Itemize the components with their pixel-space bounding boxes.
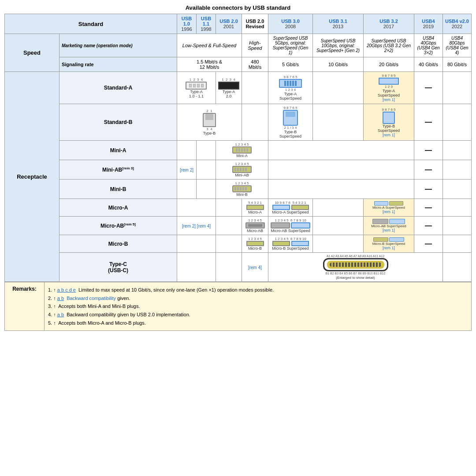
mini-b-31-dash: — — [414, 180, 443, 199]
mini-a-11 — [196, 141, 216, 160]
mini-a-usb4-empty — [443, 141, 472, 160]
std-a-20r — [242, 72, 268, 104]
col-usb32: USB 3.22017 — [364, 14, 414, 34]
std-b-usb4v2 — [443, 104, 472, 141]
col-usb10: USB 1.01996 — [177, 14, 196, 34]
std-b-32: 9 8 7 6 5 Type-BSuperSpeed [rem 1] — [364, 104, 414, 141]
row-standard-a-label: Standard-A — [59, 72, 177, 104]
col-usb4: USB42019 — [414, 14, 443, 34]
typec-usb4v2 — [443, 253, 472, 282]
mini-b-usb4-empty — [443, 180, 472, 199]
micro-a-usb4v2 — [443, 199, 472, 217]
usb31-marketing: SuperSpeed USB 10Gbps, original: SuperSp… — [313, 34, 364, 57]
usb4v2-marketing: USB4 80Gbps (USB4 Gen 4) — [443, 34, 472, 57]
std-b-20r — [242, 104, 268, 141]
mini-ab-30-empty — [268, 160, 414, 180]
std-a-30: 9 8 7 6 5 1 2 3 4 Type-ASuperSpeed — [268, 72, 313, 104]
row-micro-ab-label: Micro-AB[rem 5] — [59, 217, 177, 235]
micro-b-30: 1 2 3 4 5 6 7 8 9 10 Micro-B SuperSpeed — [268, 235, 313, 253]
typec-20r: [rem 4] — [242, 253, 268, 282]
micro-b-32: Micro-B SuperSpeed [rem 1] — [364, 235, 414, 253]
std-b-1020: 2 1 3 4 Type-B — [177, 104, 242, 141]
main-title: Available connectors by USB standard — [4, 4, 472, 11]
micro-b-usb4v2 — [443, 235, 472, 253]
row-micro-a-label: Micro-A — [59, 199, 177, 217]
col-usb30: USB 3.02008 — [268, 14, 313, 34]
usb20r-marketing: High-Speed — [242, 34, 268, 57]
mini-ab-20: 1 2 3 4 5 Mini-AB — [216, 160, 268, 180]
usb30-marketing: SuperSpeed USB 5Gbps, original: SuperSpe… — [268, 34, 313, 57]
mini-a-20: 1 2 3 4 5 Mini-A — [216, 141, 268, 160]
micro-a-31 — [313, 199, 364, 217]
remarks-content: 1. ↑ a b c d e Limited to max speed at 1… — [45, 282, 472, 331]
usb4v2-signal: 80 Gbit/s — [443, 57, 472, 72]
mini-ab-usb4-empty — [443, 160, 472, 180]
mini-a-31-dash: — — [414, 141, 443, 160]
col-usb20r: USB 2.0 Revised — [242, 14, 268, 34]
micro-a-30: 10 9 8 7 6 5 4 3 2 1 Micro-A SuperSpeed — [268, 199, 313, 217]
mini-b-20: 1 2 3 4 5 Mini-B — [216, 180, 268, 199]
usb4-marketing: USB4 40Gbps (USB4 Gen 3×2) — [414, 34, 443, 57]
micro-ab-usb4v2 — [443, 217, 472, 235]
std-a-usb4: — — [414, 72, 443, 104]
usb31-signal: 10 Gbit/s — [313, 57, 364, 72]
row-mini-a-label: Mini-A — [59, 141, 177, 160]
row-typec-label: Type-C(USB-C) — [59, 253, 177, 282]
micro-ab-20r: 1 2 3 4 5 Micro-AB — [242, 217, 268, 235]
micro-a-20r: 5 4 3 2 1 Micro-A — [242, 199, 268, 217]
receptacle-side-header: Receptacle — [5, 72, 60, 282]
remarks-table: Remarks: 1. ↑ a b c d e Limited to max s… — [4, 282, 472, 331]
std-a-31 — [313, 72, 364, 104]
usb4-signal: 40 Gbit/s — [414, 57, 443, 72]
micro-b-20r: 1 2 3 4 5 Micro-B — [242, 235, 268, 253]
row-standard-b-label: Standard-B — [59, 104, 177, 141]
micro-ab-30: 1 2 3 4 5 6 7 8 9 10 Micro-AB SuperSpeed — [268, 217, 313, 235]
usb20r-signal: 480 Mbit/s — [242, 57, 268, 72]
col-usb31: USB 3.12013 — [313, 14, 364, 34]
mini-ab-sup: [rem 3] — [122, 166, 134, 170]
marketing-label: Marketing name (operation mode) — [59, 34, 177, 57]
col-usb20: USB 2.02001 — [216, 14, 242, 34]
std-a-usb4v2 — [443, 72, 472, 104]
mini-a-10 — [177, 141, 196, 160]
speed-side-header: Speed — [5, 34, 60, 72]
mini-a-30-empty — [268, 141, 414, 160]
mini-b-30-empty — [268, 180, 414, 199]
std-b-usb4: — — [414, 104, 443, 141]
row-micro-b-label: Micro-B — [59, 235, 177, 253]
micro-ab-31 — [313, 217, 364, 235]
micro-b-usb4: — — [414, 235, 443, 253]
micro-b-20 — [216, 235, 242, 253]
row-mini-b-label: Mini-B — [59, 180, 177, 199]
micro-a-usb4: — — [414, 199, 443, 217]
micro-ab-1011: [rem 2] [rem 4] — [177, 217, 216, 235]
micro-b-1011 — [177, 235, 216, 253]
mini-b-10 — [177, 180, 196, 199]
micro-ab-20 — [216, 217, 242, 235]
col-usb4v2: USB4 v2.02022 — [443, 14, 472, 34]
usb32-marketing: SuperSpeed USB 20Gbps (USB 3.2 Gen 2×2) — [364, 34, 414, 57]
usb30-signal: 5 Gbit/s — [268, 57, 313, 72]
std-b-30: 9 8 7 6 5 2 1 / 3 4 Type-BSuperSpeed — [268, 104, 313, 141]
mini-ab-11 — [196, 160, 216, 180]
mini-ab-31-dash: — — [414, 160, 443, 180]
micro-a-32: Micro-A SuperSpeed [rem 1] — [364, 199, 414, 217]
std-a-1011: 1 2 3 4 Type-A1.0 - 1.1 — [177, 72, 216, 104]
std-b-31 — [313, 104, 364, 141]
usb10-signal: 1.5 Mbit/s &12 Mbit/s — [177, 57, 242, 72]
micro-a-1011 — [177, 199, 216, 217]
usb32-signal: 20 Gbit/s — [364, 57, 414, 72]
micro-a-20 — [216, 199, 242, 217]
micro-ab-usb4: — — [414, 217, 443, 235]
mini-ab-10: [rem 2] — [177, 160, 196, 180]
usb-table: Standard USB 1.01996 USB 1.11998 USB 2.0… — [4, 14, 472, 282]
micro-ab-32: Micro-AB SuperSpeed [rem 1] — [364, 217, 414, 235]
col-usb11: USB 1.11998 — [196, 14, 216, 34]
micro-b-31 — [313, 235, 364, 253]
row-mini-ab-label: Mini-AB[rem 3] — [59, 160, 177, 180]
signaling-label: Signaling rate — [59, 57, 177, 72]
usb10-marketing: Low-Speed & Full-Speed — [177, 34, 242, 57]
typec-30: A1 A2 A3 A4 A5 A6 A7 A8 A9 A10 A11 A12 B… — [268, 253, 443, 282]
standard-header: Standard — [5, 14, 177, 34]
micro-ab-sup: [rem 5] — [124, 222, 136, 226]
